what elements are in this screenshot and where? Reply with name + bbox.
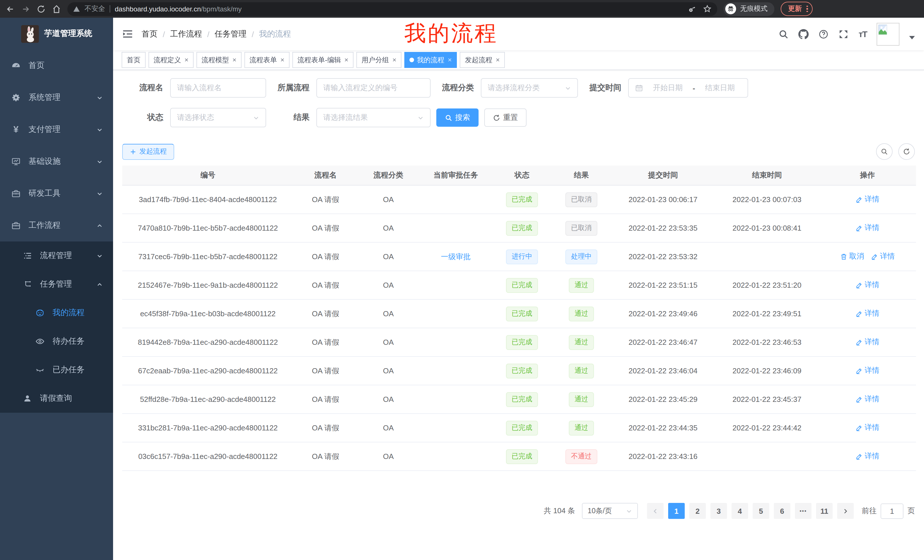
search-icon[interactable] [778, 29, 789, 39]
update-label: 更新 [788, 4, 802, 14]
url-path: /bpm/task/my [201, 5, 242, 13]
incognito-badge[interactable]: 无痕模式 [723, 2, 774, 16]
cell-process-name: OA 请假 [294, 214, 357, 242]
sidebar-item-系统管理[interactable]: 系统管理 [0, 82, 113, 114]
back-icon[interactable] [6, 4, 15, 13]
tab-我的流程[interactable]: 我的流程× [404, 52, 457, 68]
close-icon[interactable]: × [392, 57, 396, 63]
sidebar-item-支付管理[interactable]: ¥支付管理 [0, 114, 113, 145]
home-icon[interactable] [52, 4, 61, 13]
sidebar-item-任务管理[interactable]: 任务管理 [0, 270, 113, 298]
page-size-select[interactable]: 10条/页 [582, 503, 638, 519]
filter-category-label: 流程分类 [430, 83, 481, 93]
tab-流程模型[interactable]: 流程模型× [196, 52, 242, 68]
cell-current-task [419, 271, 492, 299]
bookmark-star-icon[interactable] [703, 4, 711, 13]
close-icon[interactable]: × [280, 57, 284, 63]
detail-link[interactable]: 详情 [855, 223, 879, 233]
sidebar-item-请假查询[interactable]: 请假查询 [0, 384, 113, 413]
close-icon[interactable]: × [448, 57, 452, 63]
fullscreen-icon[interactable] [838, 29, 849, 39]
search-button[interactable]: 搜索 [436, 108, 478, 127]
sidebar-item-待办任务[interactable]: 待办任务 [0, 327, 113, 356]
tab-首页[interactable]: 首页 [122, 52, 146, 68]
goto-page-input[interactable]: 1 [880, 503, 903, 519]
breadcrumb-item-工作流程[interactable]: 工作流程 [170, 29, 202, 39]
create-process-button[interactable]: 发起流程 [122, 144, 174, 160]
cell-submit-time: 2022-01-22 23:46:47 [611, 328, 715, 356]
submit-time-range-picker[interactable]: 开始日期 - 结束日期 [628, 78, 748, 97]
close-icon[interactable]: × [232, 57, 236, 63]
refresh-table-button[interactable] [898, 143, 915, 160]
cell-current-task [419, 413, 492, 442]
avatar-caret-icon[interactable] [909, 36, 915, 39]
toggle-search-button[interactable] [876, 143, 892, 160]
detail-link[interactable]: 详情 [855, 308, 879, 319]
sidebar-item-流程管理[interactable]: 流程管理 [0, 241, 113, 270]
detail-link[interactable]: 详情 [855, 365, 879, 376]
process-name-input[interactable]: 请输入流程名 [170, 78, 266, 97]
sidebar-item-首页[interactable]: 首页 [0, 49, 113, 82]
user-icon [23, 394, 32, 403]
sidebar-item-我的流程[interactable]: 我的流程 [0, 298, 113, 327]
current-task-link[interactable]: 一级审批 [441, 252, 471, 262]
forward-icon[interactable] [21, 4, 30, 13]
detail-link[interactable]: 详情 [871, 252, 895, 262]
close-icon[interactable]: × [344, 57, 348, 63]
page-button-2[interactable]: 2 [689, 503, 706, 519]
detail-link[interactable]: 详情 [855, 280, 879, 290]
detail-link[interactable]: 详情 [855, 394, 879, 404]
update-button[interactable]: 更新 [781, 2, 812, 16]
detail-link[interactable]: 详情 [855, 423, 879, 433]
breadcrumb-item-首页[interactable]: 首页 [142, 29, 158, 39]
sidebar-item-研发工具[interactable]: 研发工具 [0, 178, 113, 210]
font-size-icon[interactable]: ᴛT [859, 29, 867, 39]
help-icon[interactable] [819, 29, 829, 39]
page-button-1[interactable]: 1 [668, 503, 685, 519]
cell-end-time [715, 442, 819, 471]
tab-用户分组[interactable]: 用户分组× [356, 52, 402, 68]
tab-流程定义[interactable]: 流程定义× [148, 52, 194, 68]
page-button-6[interactable]: 6 [774, 503, 790, 519]
category-select[interactable]: 请选择流程分类 [481, 78, 578, 97]
tab-流程表单[interactable]: 流程表单× [244, 52, 290, 68]
password-key-icon[interactable] [688, 4, 696, 13]
page-button-11[interactable]: 11 [816, 503, 832, 519]
close-icon[interactable]: × [496, 57, 500, 63]
tab-发起流程[interactable]: 发起流程× [460, 52, 505, 68]
close-icon[interactable]: × [184, 57, 189, 63]
breadcrumb-item-任务管理[interactable]: 任务管理 [215, 29, 247, 39]
actions-group: 取消详情 [840, 252, 895, 262]
detail-link[interactable]: 详情 [855, 451, 879, 461]
result-select[interactable]: 请选择流结果 [316, 108, 430, 127]
status-select[interactable]: 请选择状态 [170, 108, 266, 127]
sidebar-item-工作流程[interactable]: 工作流程 [0, 210, 113, 241]
page-button-4[interactable]: 4 [732, 503, 748, 519]
tab-流程表单-编辑[interactable]: 流程表单-编辑× [292, 52, 354, 68]
page-button-3[interactable]: 3 [710, 503, 727, 519]
chevron-down-icon [253, 114, 259, 121]
chevron-down-icon [565, 85, 571, 91]
process-definition-input[interactable]: 请输入流程定义的编号 [316, 78, 430, 97]
detail-link[interactable]: 详情 [855, 195, 879, 205]
avatar[interactable] [877, 22, 900, 45]
reload-icon[interactable] [36, 4, 46, 13]
cell-category: OA [357, 356, 419, 385]
cancel-link[interactable]: 取消 [840, 252, 864, 262]
github-icon[interactable] [799, 29, 809, 39]
url-bar[interactable]: 不安全 dashboard.yudao.iocoder.cn/bpm/task/… [68, 2, 717, 16]
cell-submit-time: 2022-01-22 23:46:04 [611, 356, 715, 385]
reset-button[interactable]: 重置 [484, 108, 526, 127]
plus-icon [130, 148, 136, 155]
sidebar-logo[interactable]: 芋道管理系统 [0, 18, 113, 49]
page-button-5[interactable]: 5 [753, 503, 769, 519]
browser-menu-icon[interactable] [806, 6, 808, 12]
hamburger-icon[interactable] [122, 28, 133, 39]
sidebar-item-基础设施[interactable]: 基础设施 [0, 145, 113, 178]
cell-result: 已取消 [552, 185, 611, 214]
detail-link[interactable]: 详情 [855, 337, 879, 347]
sidebar-item-已办任务[interactable]: 已办任务 [0, 356, 113, 384]
cell-current-task [419, 185, 492, 214]
result-badge: 通过 [569, 306, 594, 321]
next-page-button[interactable] [837, 503, 854, 519]
